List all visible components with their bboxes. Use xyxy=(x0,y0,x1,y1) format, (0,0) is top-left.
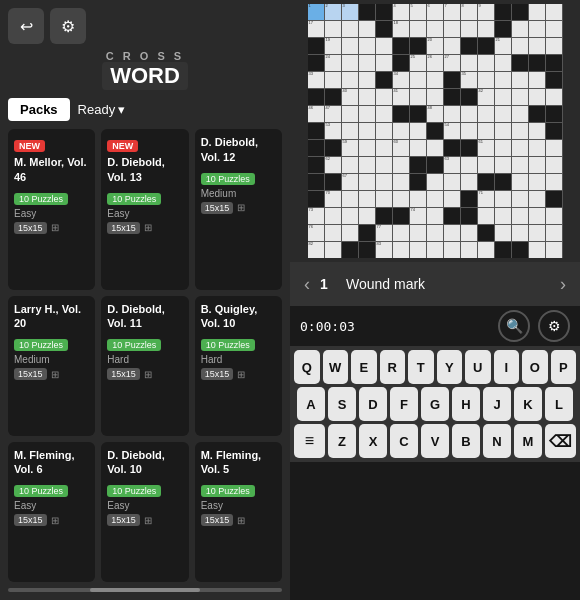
crossword-cell[interactable] xyxy=(376,21,392,37)
crossword-cell[interactable]: 70 xyxy=(325,191,341,207)
crossword-cell[interactable] xyxy=(461,89,477,105)
crossword-cell[interactable]: 7 xyxy=(444,4,460,20)
crossword-cell[interactable] xyxy=(410,140,426,156)
crossword-cell[interactable]: 63 xyxy=(444,157,460,173)
crossword-cell[interactable] xyxy=(325,140,341,156)
puzzle-card[interactable]: B. Quigley, Vol. 1010 PuzzlesHard 15x15 … xyxy=(195,296,282,436)
crossword-cell[interactable]: 77 xyxy=(376,225,392,241)
crossword-cell[interactable] xyxy=(478,174,494,190)
crossword-cell[interactable] xyxy=(546,225,562,241)
crossword-cell[interactable]: 35 xyxy=(461,72,477,88)
crossword-cell[interactable] xyxy=(342,208,358,224)
crossword-cell[interactable] xyxy=(376,38,392,54)
key-≡[interactable]: ≡ xyxy=(294,424,325,458)
crossword-cell[interactable] xyxy=(546,157,562,173)
crossword-cell[interactable] xyxy=(529,4,545,20)
crossword-cell[interactable] xyxy=(461,208,477,224)
key-W[interactable]: W xyxy=(323,350,349,384)
crossword-cell[interactable] xyxy=(478,208,494,224)
crossword-cell[interactable] xyxy=(376,174,392,190)
crossword-cell[interactable] xyxy=(495,4,511,20)
crossword-cell[interactable]: 2 xyxy=(325,4,341,20)
crossword-cell[interactable] xyxy=(444,89,460,105)
crossword-cell[interactable] xyxy=(529,140,545,156)
back-button[interactable]: ↩ xyxy=(8,8,44,44)
crossword-cell[interactable] xyxy=(478,225,494,241)
crossword-cell[interactable] xyxy=(427,191,443,207)
crossword-cell[interactable] xyxy=(546,174,562,190)
crossword-cell[interactable] xyxy=(410,38,426,54)
crossword-cell[interactable] xyxy=(444,242,460,258)
crossword-cell[interactable] xyxy=(495,123,511,139)
key-Q[interactable]: Q xyxy=(294,350,320,384)
key-D[interactable]: D xyxy=(359,387,387,421)
crossword-cell[interactable] xyxy=(376,123,392,139)
crossword-cell[interactable]: 33 xyxy=(308,72,324,88)
crossword-cell[interactable] xyxy=(359,140,375,156)
crossword-cell[interactable] xyxy=(393,55,409,71)
key-R[interactable]: R xyxy=(380,350,406,384)
crossword-cell[interactable] xyxy=(461,242,477,258)
crossword-cell[interactable]: 1 xyxy=(308,4,324,20)
crossword-cell[interactable] xyxy=(308,123,324,139)
crossword-cell[interactable] xyxy=(427,89,443,105)
crossword-cell[interactable] xyxy=(359,21,375,37)
crossword-cell[interactable] xyxy=(359,123,375,139)
crossword-cell[interactable] xyxy=(478,242,494,258)
crossword-cell[interactable]: 60 xyxy=(393,140,409,156)
crossword-cell[interactable] xyxy=(546,21,562,37)
crossword-cell[interactable] xyxy=(478,106,494,122)
crossword-cell[interactable] xyxy=(512,21,528,37)
crossword-cell[interactable] xyxy=(444,72,460,88)
crossword-cell[interactable] xyxy=(359,4,375,20)
crossword-cell[interactable] xyxy=(410,123,426,139)
key-F[interactable]: F xyxy=(390,387,418,421)
crossword-cell[interactable] xyxy=(444,191,460,207)
crossword-cell[interactable] xyxy=(342,242,358,258)
crossword-cell[interactable] xyxy=(376,89,392,105)
crossword-cell[interactable] xyxy=(410,72,426,88)
crossword-cell[interactable] xyxy=(495,55,511,71)
crossword-cell[interactable] xyxy=(495,208,511,224)
crossword-cell[interactable] xyxy=(495,157,511,173)
key-B[interactable]: B xyxy=(452,424,480,458)
crossword-cell[interactable] xyxy=(546,4,562,20)
crossword-cell[interactable] xyxy=(478,38,494,54)
crossword-cell[interactable]: 6 xyxy=(427,4,443,20)
crossword-cell[interactable]: 83 xyxy=(376,242,392,258)
puzzle-card[interactable]: M. Fleming, Vol. 610 PuzzlesEasy 15x15 ⊞ xyxy=(8,442,95,582)
tab-ready[interactable]: Ready ▾ xyxy=(78,102,126,117)
crossword-cell[interactable] xyxy=(342,123,358,139)
crossword-cell[interactable]: 26 xyxy=(427,55,443,71)
crossword-cell[interactable] xyxy=(546,140,562,156)
crossword-cell[interactable]: 61 xyxy=(478,140,494,156)
key-Y[interactable]: Y xyxy=(437,350,463,384)
crossword-cell[interactable] xyxy=(410,106,426,122)
crossword-cell[interactable] xyxy=(427,72,443,88)
crossword-cell[interactable] xyxy=(444,225,460,241)
crossword-cell[interactable] xyxy=(427,242,443,258)
crossword-cell[interactable] xyxy=(359,174,375,190)
crossword-cell[interactable] xyxy=(325,21,341,37)
crossword-cell[interactable]: 24 xyxy=(325,55,341,71)
crossword-cell[interactable] xyxy=(478,55,494,71)
crossword-cell[interactable]: 67 xyxy=(342,174,358,190)
crossword-cell[interactable] xyxy=(342,157,358,173)
puzzle-card[interactable]: Larry H., Vol. 2010 PuzzlesMedium 15x15 … xyxy=(8,296,95,436)
crossword-cell[interactable] xyxy=(546,55,562,71)
crossword-cell[interactable] xyxy=(478,123,494,139)
crossword-cell[interactable]: 62 xyxy=(325,157,341,173)
crossword-cell[interactable] xyxy=(325,225,341,241)
crossword-cell[interactable] xyxy=(444,140,460,156)
crossword-cell[interactable] xyxy=(342,21,358,37)
crossword-cell[interactable]: 48 xyxy=(427,106,443,122)
crossword-cell[interactable] xyxy=(342,72,358,88)
options-button[interactable]: ⚙ xyxy=(538,310,570,342)
crossword-cell[interactable] xyxy=(325,208,341,224)
crossword-cell[interactable] xyxy=(359,208,375,224)
crossword-cell[interactable] xyxy=(529,157,545,173)
crossword-cell[interactable] xyxy=(546,38,562,54)
crossword-cell[interactable] xyxy=(359,55,375,71)
crossword-cell[interactable] xyxy=(461,123,477,139)
crossword-cell[interactable] xyxy=(376,72,392,88)
